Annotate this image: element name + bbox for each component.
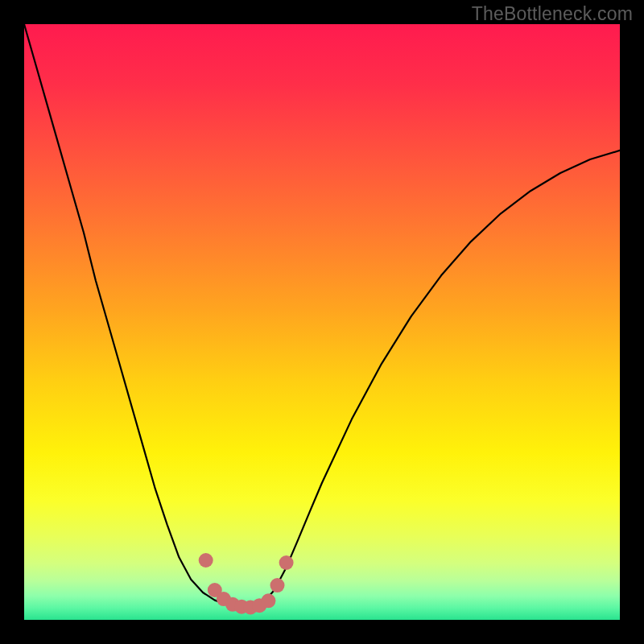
bottleneck-curve xyxy=(24,24,620,620)
chart-stage: TheBottleneck.com xyxy=(0,0,644,644)
plot-area xyxy=(24,24,620,620)
v-marker xyxy=(270,578,285,592)
v-marker xyxy=(199,553,213,568)
v-markers xyxy=(199,553,294,615)
v-marker xyxy=(279,555,294,570)
watermark-text: TheBottleneck.com xyxy=(472,3,633,25)
v-marker xyxy=(261,593,275,608)
